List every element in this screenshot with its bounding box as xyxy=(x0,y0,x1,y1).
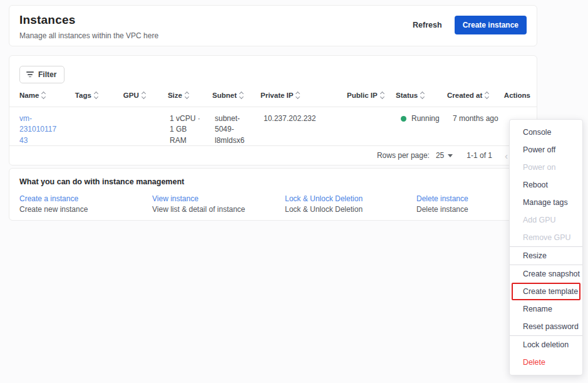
view-instance-link[interactable]: View instance xyxy=(152,194,285,203)
lock-unlock-deletion-desc: Lock & Unlock Deletion xyxy=(285,205,416,214)
sort-icon[interactable] xyxy=(185,92,188,98)
status-running-icon xyxy=(401,116,406,122)
cell-subnet: subnet- 5049- l8mldsx6 xyxy=(215,113,264,146)
sort-icon[interactable] xyxy=(485,92,488,98)
sort-icon[interactable] xyxy=(421,92,424,98)
info-item-view-instance: View instance View list & detail of inst… xyxy=(152,194,285,214)
lock-unlock-deletion-link[interactable]: Lock & Unlock Deletion xyxy=(285,194,416,203)
sort-icon[interactable] xyxy=(240,92,243,98)
column-header-size[interactable]: Size xyxy=(168,92,212,99)
cell-size: 1 vCPU · 1 GB RAM xyxy=(170,113,215,146)
pagination-range: 1-1 of 1 xyxy=(467,151,492,160)
menu-item-resize[interactable]: Resize xyxy=(510,247,582,265)
refresh-button[interactable]: Refresh xyxy=(413,21,442,29)
sort-icon[interactable] xyxy=(381,92,384,98)
column-header-private-ip[interactable]: Private IP xyxy=(260,92,347,99)
instance-actions-menu: Console Power off Power on Reboot Manage… xyxy=(509,119,583,375)
column-header-status[interactable]: Status xyxy=(396,92,447,99)
menu-item-power-on: Power on xyxy=(510,159,582,176)
sort-icon[interactable] xyxy=(42,92,45,98)
menu-item-manage-tags[interactable]: Manage tags xyxy=(510,194,582,211)
column-header-created-at[interactable]: Created at xyxy=(447,92,504,99)
create-instance-desc: Create new instance xyxy=(19,205,152,214)
filter-icon xyxy=(26,71,34,77)
table-header-row: Name Tags GPU Size Subnet Private IP Pub… xyxy=(9,83,537,107)
instances-table-card: Filter Name Tags GPU Size Subnet Private… xyxy=(9,55,537,165)
instance-name-link[interactable]: vm-23101011743 xyxy=(19,113,58,146)
menu-item-add-gpu: Add GPU xyxy=(510,211,582,229)
header-actions: Refresh Create instance xyxy=(413,16,527,34)
info-title: What you can do with instance management xyxy=(19,177,527,186)
menu-item-lock-deletion[interactable]: Lock deletion xyxy=(510,336,582,354)
filter-button[interactable]: Filter xyxy=(19,66,64,83)
menu-item-power-off[interactable]: Power off xyxy=(510,141,582,159)
menu-item-delete[interactable]: Delete xyxy=(510,354,582,371)
column-header-tags[interactable]: Tags xyxy=(75,92,123,99)
filter-area: Filter xyxy=(9,56,537,83)
menu-item-console[interactable]: Console xyxy=(510,123,582,141)
column-header-actions: Actions xyxy=(504,92,537,99)
column-header-gpu[interactable]: GPU xyxy=(123,92,168,99)
create-instance-link[interactable]: Create a instance xyxy=(19,194,152,203)
column-header-public-ip[interactable]: Public IP xyxy=(347,92,396,99)
pagination: Rows per page: 25 1-1 of 1 ‹ xyxy=(9,146,537,165)
menu-item-create-template[interactable]: Create template xyxy=(512,283,580,300)
cell-private-ip: 10.237.202.232 xyxy=(264,113,351,124)
previous-page-icon[interactable]: ‹ xyxy=(505,151,508,160)
menu-item-rename[interactable]: Rename xyxy=(510,300,582,318)
rows-per-page-label: Rows per page: xyxy=(377,151,430,160)
sort-icon[interactable] xyxy=(142,92,145,98)
view-instance-desc: View list & detail of instance xyxy=(152,205,285,214)
cell-created-at: 7 months ago xyxy=(453,113,510,124)
cell-name: vm-23101011743 xyxy=(19,113,76,146)
rows-per-page-select[interactable]: 25 xyxy=(436,151,453,160)
cell-status: Running xyxy=(401,113,453,124)
sort-icon[interactable] xyxy=(95,92,98,98)
sort-icon[interactable] xyxy=(296,92,299,98)
page-header: Instances Manage all instances within th… xyxy=(9,5,537,46)
chevron-down-icon xyxy=(448,154,453,157)
menu-item-reset-password[interactable]: Reset password xyxy=(510,318,582,335)
filter-label: Filter xyxy=(38,70,56,79)
status-label: Running xyxy=(411,113,440,124)
info-item-lock-unlock-deletion: Lock & Unlock Deletion Lock & Unlock Del… xyxy=(285,194,416,214)
column-header-subnet[interactable]: Subnet xyxy=(212,92,260,99)
table-row: vm-23101011743 1 vCPU · 1 GB RAM subnet-… xyxy=(9,107,537,146)
info-card: What you can do with instance management… xyxy=(9,168,537,221)
rows-per-page-value: 25 xyxy=(436,151,444,160)
menu-item-create-snapshot[interactable]: Create snapshot xyxy=(510,265,582,283)
create-instance-button[interactable]: Create instance xyxy=(455,16,527,34)
menu-item-remove-gpu: Remove GPU xyxy=(510,229,582,246)
column-header-name[interactable]: Name xyxy=(19,92,75,99)
info-items: Create a instance Create new instance Vi… xyxy=(19,194,527,214)
info-item-create-instance: Create a instance Create new instance xyxy=(19,194,152,214)
menu-item-reboot[interactable]: Reboot xyxy=(510,176,582,194)
